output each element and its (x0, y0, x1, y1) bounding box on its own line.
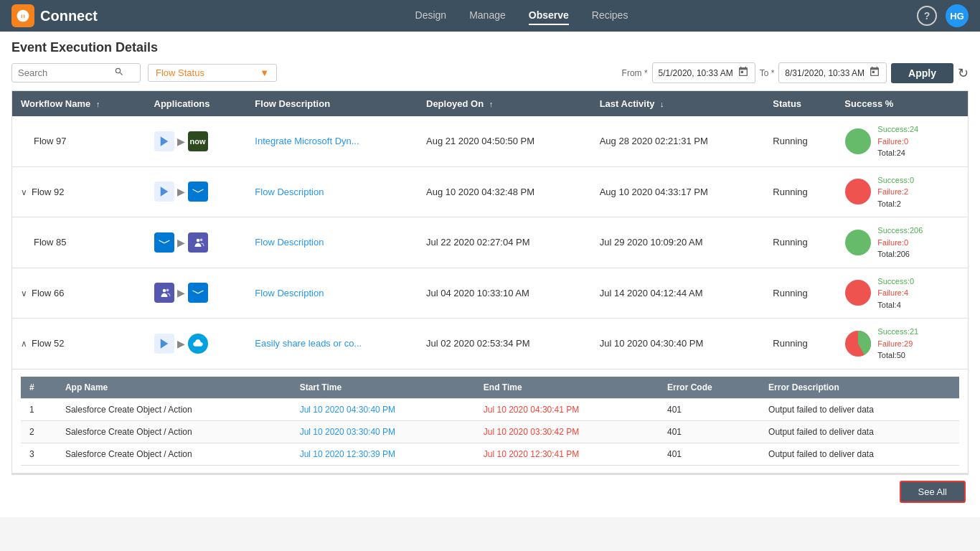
svg-point-9 (845, 230, 871, 255)
from-calendar-icon[interactable] (738, 66, 749, 80)
pie-legend: Success:21 Failure:29 Total:50 (877, 326, 918, 362)
nav-design[interactable]: Design (415, 6, 447, 25)
flow-status-dropdown[interactable]: Flow Status ▼ (148, 64, 277, 82)
apps-cell: ▶ (146, 166, 247, 217)
last-activity-cell: Aug 28 2020 02:21:31 PM (591, 116, 765, 166)
failure-count: Failure:0 (877, 137, 908, 146)
col-flow-description[interactable]: Flow Description (246, 91, 418, 116)
page-title: Event Execution Details (11, 40, 969, 55)
app-arrow-icon: ▶ (177, 338, 185, 349)
flow-description[interactable]: Flow Description (255, 187, 324, 197)
to-calendar-icon[interactable] (869, 66, 880, 80)
nav-recipes[interactable]: Recipes (592, 6, 628, 25)
expand-chevron[interactable]: ∨ (21, 187, 27, 197)
to-date-value: 8/31/2020, 10:33 AM (785, 68, 864, 78)
col-applications[interactable]: Applications (146, 91, 247, 116)
sub-end-time: Jul 10 2020 03:30:42 PM (475, 420, 659, 443)
deployed-on-cell: Jul 02 2020 02:53:34 PM (418, 319, 591, 369)
sub-col[interactable]: App Name (57, 377, 291, 399)
description-cell[interactable]: Flow Description (246, 166, 418, 217)
sub-start-time: Jul 10 2020 04:30:40 PM (291, 398, 475, 420)
success-pct-cell: Success:21 Failure:29 Total:50 (836, 319, 968, 369)
deployed-on-cell: Jul 04 2020 10:33:10 AM (418, 268, 591, 319)
refresh-button[interactable]: ↻ (958, 65, 969, 81)
search-input[interactable] (18, 67, 111, 78)
from-label: From * (622, 68, 648, 78)
date-section: From * 5/1/2020, 10:33 AM To * 8/31/2020… (622, 62, 969, 83)
description-cell[interactable]: Flow Description (246, 217, 418, 268)
deployed-on-cell: Aug 21 2020 04:50:50 PM (418, 116, 591, 166)
table-row: Flow 97 ▶ now Integrate Microsoft Dyn...… (12, 116, 968, 166)
flow-description[interactable]: Flow Description (255, 288, 324, 298)
nav-manage[interactable]: Manage (469, 6, 506, 25)
table-row: ∨Flow 92 ▶ Flow Description Aug 10 2020 … (12, 166, 968, 217)
flow-name-cell: ∨Flow 92 (12, 166, 146, 217)
last-activity-cell: Aug 10 2020 04:33:17 PM (591, 166, 765, 217)
sub-col[interactable]: End Time (475, 377, 659, 399)
table-row: ∨Flow 66 ▶ Flow Description Jul 04 2020 … (12, 268, 968, 319)
dropdown-arrow-icon: ▼ (260, 67, 269, 78)
col-deployed-on[interactable]: Deployed On ↑ (418, 91, 591, 116)
logo-text: Connect (40, 8, 98, 24)
app-arrow-icon: ▶ (177, 136, 185, 147)
sub-col[interactable]: Error Description (760, 377, 959, 399)
nav-observe[interactable]: Observe (529, 6, 569, 25)
svg-point-5 (845, 179, 871, 204)
expand-chevron[interactable]: ∧ (21, 339, 27, 349)
flow-name-cell: ∨Flow 66 (12, 268, 146, 319)
from-date-field[interactable]: 5/1/2020, 10:33 AM (652, 62, 755, 83)
to-date-field[interactable]: 8/31/2020, 10:33 AM (778, 62, 887, 83)
flow-description[interactable]: Easily share leads or co... (255, 338, 362, 349)
logo-icon (11, 4, 34, 27)
expand-chevron[interactable]: ∨ (21, 288, 27, 298)
search-box[interactable] (11, 63, 141, 83)
svg-rect-12 (192, 288, 203, 297)
col-success-pct[interactable]: Success % (836, 91, 968, 116)
flow-name: Flow 66 (32, 288, 65, 298)
sub-error-code: 401 (659, 443, 760, 465)
success-count: Success:206 (877, 226, 923, 235)
sub-table-row-item: 3 Salesforce Create Object / Action Jul … (21, 443, 959, 465)
success-count: Success:0 (877, 277, 914, 286)
sub-num: 1 (21, 398, 57, 420)
svg-rect-4 (192, 187, 203, 196)
sub-col[interactable]: Error Code (659, 377, 760, 399)
sub-end-time: Jul 10 2020 12:30:41 PM (475, 443, 659, 465)
nav-links: Design Manage Observe Recipes (126, 6, 917, 25)
flow-description[interactable]: Integrate Microsoft Dyn... (255, 136, 359, 146)
col-status[interactable]: Status (764, 91, 836, 116)
search-icon (114, 67, 124, 79)
sub-app-name: Salesforce Create Object / Action (57, 420, 291, 443)
top-nav: Connect Design Manage Observe Recipes ? … (0, 0, 980, 32)
last-activity-cell: Jul 29 2020 10:09:20 AM (591, 217, 765, 268)
total-count: Total:206 (877, 250, 910, 258)
status-cell: Running (764, 268, 836, 319)
failure-count: Failure:29 (877, 339, 913, 348)
apps-cell: ▶ now (146, 116, 247, 166)
avatar[interactable]: HG (946, 4, 969, 27)
sub-num: 2 (21, 420, 57, 443)
sub-col[interactable]: Start Time (291, 377, 475, 399)
flow-description[interactable]: Flow Description (255, 237, 324, 248)
from-date-value: 5/1/2020, 10:33 AM (659, 68, 733, 78)
apply-button[interactable]: Apply (891, 63, 953, 83)
deployed-on-cell: Jul 22 2020 02:27:04 PM (418, 217, 591, 268)
pie-legend: Success:0 Failure:2 Total:2 (877, 174, 914, 210)
sub-table-row: #App NameStart TimeEnd TimeError CodeErr… (12, 369, 968, 473)
total-count: Total:4 (877, 301, 900, 309)
to-label: To * (760, 68, 775, 78)
see-all-button[interactable]: See All (900, 481, 966, 503)
col-workflow-name[interactable]: Workflow Name ↑ (12, 91, 146, 116)
description-cell[interactable]: Easily share leads or co... (246, 319, 418, 369)
last-activity-cell: Jul 10 2020 04:30:40 PM (591, 319, 765, 369)
flow-name: Flow 52 (32, 338, 65, 349)
col-last-activity[interactable]: Last Activity ↓ (591, 91, 765, 116)
description-cell[interactable]: Integrate Microsoft Dyn... (246, 116, 418, 166)
sub-col[interactable]: # (21, 377, 57, 399)
pie-legend: Success:24 Failure:0 Total:24 (877, 123, 918, 159)
flow-name: Flow 85 (34, 237, 67, 248)
help-button[interactable]: ? (917, 6, 937, 26)
total-count: Total:2 (877, 199, 900, 208)
main-table-wrapper: Workflow Name ↑ Applications Flow Descri… (11, 90, 969, 474)
description-cell[interactable]: Flow Description (246, 268, 418, 319)
